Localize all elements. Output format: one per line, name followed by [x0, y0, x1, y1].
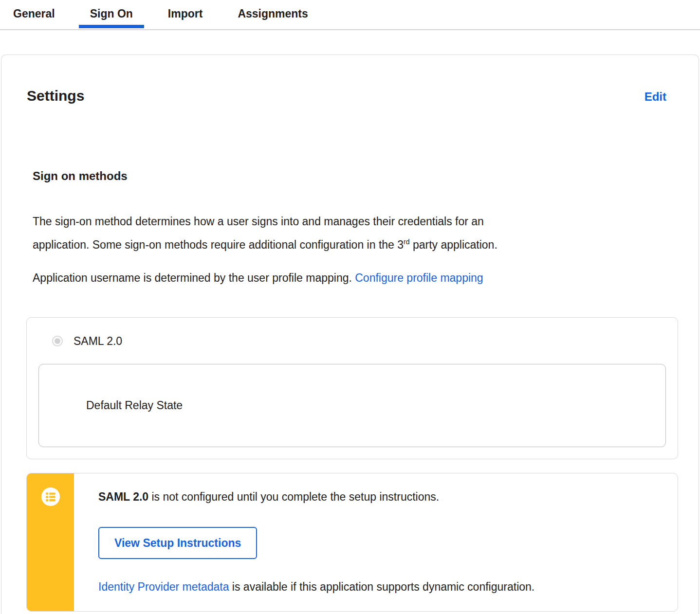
application-username-line: Application username is determined by th…: [33, 266, 661, 289]
default-relay-state-field: Default Relay State: [38, 364, 666, 447]
edit-link[interactable]: Edit: [645, 90, 666, 104]
callout-warning-bar: [27, 473, 74, 611]
tab-general[interactable]: General: [13, 0, 55, 27]
saml-radio-label: SAML 2.0: [74, 333, 122, 349]
callout-message: SAML 2.0 is not configured until you com…: [98, 489, 658, 505]
view-setup-instructions-button[interactable]: View Setup Instructions: [98, 527, 257, 559]
description-line-1: The sign-on method determines how a user…: [33, 210, 661, 233]
tab-import[interactable]: Import: [168, 0, 203, 27]
settings-card-header: Settings Edit: [1, 55, 699, 114]
list-icon: [41, 487, 60, 508]
saml-setup-callout: SAML 2.0 is not configured until you com…: [26, 473, 678, 612]
settings-card-body: Sign on methods The sign-on method deter…: [1, 169, 699, 612]
description-line-2-text: application. Some sign-on methods requir…: [33, 238, 404, 251]
saml-method-box: SAML 2.0 Default Relay State: [26, 317, 678, 459]
ordinal-superscript: rd: [404, 238, 409, 246]
description-line-2-tail: party application.: [410, 238, 497, 251]
sign-on-methods-heading: Sign on methods: [33, 169, 678, 183]
metadata-line-text: is available if this application support…: [229, 580, 534, 593]
metadata-line: Identity Provider metadata is available …: [98, 579, 658, 595]
tab-assignments[interactable]: Assignments: [238, 0, 308, 27]
default-relay-state-label: Default Relay State: [86, 399, 183, 412]
description-line-2: application. Some sign-on methods requir…: [33, 233, 661, 256]
settings-title: Settings: [27, 87, 84, 105]
configure-profile-mapping-link[interactable]: Configure profile mapping: [355, 271, 483, 284]
application-username-text: Application username is determined by th…: [33, 271, 355, 284]
sign-on-methods-description: The sign-on method determines how a user…: [33, 210, 661, 256]
settings-card: Settings Edit Sign on methods The sign-o…: [1, 54, 699, 614]
saml-radio-button[interactable]: [52, 336, 63, 346]
callout-message-text: is not configured until you complete the…: [148, 490, 439, 503]
callout-message-bold: SAML 2.0: [98, 490, 148, 503]
identity-provider-metadata-link[interactable]: Identity Provider metadata: [98, 580, 229, 593]
tab-sign-on[interactable]: Sign On: [90, 0, 133, 27]
app-tabbar: General Sign On Import Assignments: [0, 0, 700, 30]
callout-content: SAML 2.0 is not configured until you com…: [74, 473, 678, 611]
saml-radio-row: SAML 2.0: [38, 333, 666, 349]
